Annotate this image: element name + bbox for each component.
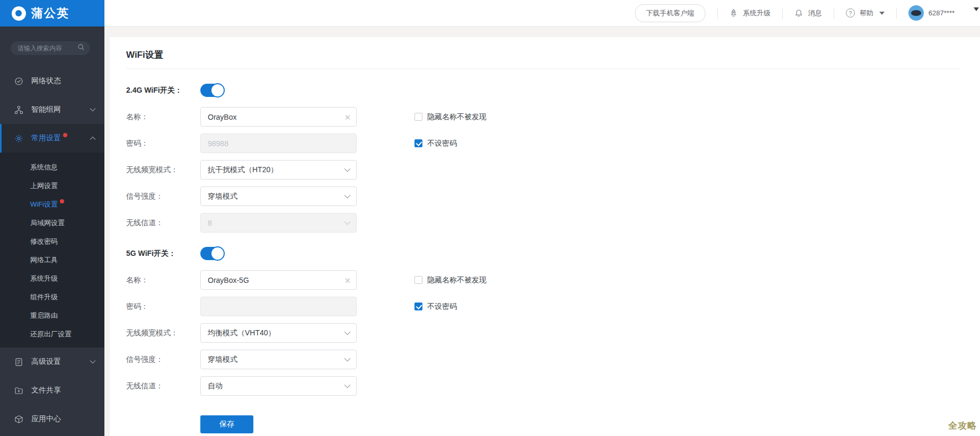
search-icon[interactable] (77, 43, 85, 53)
gear-icon (14, 134, 23, 143)
sidebar: 网络状态 智能组网 常用设 (0, 26, 104, 436)
sidebar-item-label: 高级设置 (31, 357, 61, 367)
select-value: 8 (208, 219, 212, 227)
toggle-knob (210, 83, 225, 97)
cube-icon (14, 414, 23, 424)
wifi24-band-select[interactable]: 抗干扰模式（HT20） (200, 160, 357, 180)
sidebar-item-system-info[interactable]: 系统信息 (0, 158, 104, 176)
wifi-settings-card: WiFi设置 2.4G WiFi开关： 名称： ✕ 隐藏名称不被发现 (110, 37, 980, 436)
network-status-icon (14, 76, 23, 86)
clear-icon[interactable]: ✕ (344, 113, 351, 121)
wifi24-toggle[interactable] (200, 84, 224, 97)
wifi5-band-label: 无线频宽模式： (126, 328, 200, 338)
title-divider (126, 68, 960, 69)
sub-item-label: 修改密码 (30, 237, 58, 246)
sub-item-label: 还原出厂设置 (30, 330, 72, 339)
account-menu[interactable]: 6287**** (897, 5, 966, 21)
sidebar-item-internet-settings[interactable]: 上网设置 (0, 176, 104, 195)
wifi5-name-input[interactable] (200, 270, 357, 290)
wifi5-switch-label: 5G WiFi开关： (126, 249, 200, 259)
sidebar-item-label: 智能组网 (31, 105, 61, 114)
wifi5-channel-select[interactable]: 自动 (200, 376, 357, 396)
sidebar-item-change-password[interactable]: 修改密码 (0, 232, 104, 251)
clear-icon[interactable]: ✕ (344, 276, 351, 284)
sub-item-label: 网络工具 (30, 255, 58, 265)
no-password-label: 不设密码 (427, 139, 457, 148)
bell-icon (794, 8, 804, 17)
chevron-down-icon (344, 357, 351, 362)
wifi24-name-input[interactable] (200, 107, 357, 127)
select-value: 抗干扰模式（HT20） (208, 165, 278, 175)
sub-item-label: 重启路由 (30, 311, 58, 321)
edge-chevron-icon[interactable] (974, 7, 979, 11)
sidebar-item-network-status[interactable]: 网络状态 (0, 67, 104, 95)
select-value: 穿墙模式 (208, 355, 237, 364)
wifi24-password-input (200, 134, 357, 153)
wifi24-signal-select[interactable]: 穿墙模式 (200, 186, 357, 206)
hide-ssid-label: 隐藏名称不被发现 (427, 275, 487, 285)
system-upgrade-menu[interactable]: 系统升级 (718, 8, 782, 18)
sidebar-item-reboot-router[interactable]: 重启路由 (0, 306, 104, 325)
rocket-icon (729, 8, 738, 17)
sidebar-item-advanced-settings[interactable]: 高级设置 (0, 348, 104, 376)
wifi5-signal-select[interactable]: 穿墙模式 (200, 350, 357, 369)
sub-item-label: 系统信息 (30, 163, 58, 172)
wifi24-no-password-checkbox[interactable] (414, 139, 422, 147)
sub-item-label: WiFi设置 (30, 200, 58, 209)
chevron-down-icon (879, 12, 885, 15)
page-title: WiFi设置 (126, 49, 967, 61)
wifi5-no-password-checkbox[interactable] (414, 302, 422, 310)
sidebar-item-label: 常用设置 (31, 134, 61, 143)
sidebar-item-smart-networking[interactable]: 智能组网 (0, 95, 104, 124)
sidebar-item-lan-settings[interactable]: 局域网设置 (0, 213, 104, 232)
chevron-down-icon (344, 331, 351, 335)
smart-networking-icon (14, 105, 23, 114)
notification-dot (63, 133, 67, 137)
wifi24-channel-select: 8 (200, 213, 357, 233)
messages-menu[interactable]: 消息 (783, 8, 834, 18)
chevron-down-icon (344, 220, 351, 225)
sidebar-item-wifi-settings[interactable]: WiFi设置 (0, 195, 104, 213)
wifi5-name-label: 名称： (126, 275, 200, 285)
help-label: 帮助 (860, 8, 873, 18)
save-button[interactable]: 保存 (200, 415, 253, 433)
account-name: 6287**** (929, 9, 955, 17)
wifi5-signal-label: 信号强度： (126, 355, 200, 364)
sidebar-item-label: 应用中心 (31, 414, 61, 424)
app-logo[interactable]: 蒲公英 (0, 0, 104, 26)
select-value: 均衡模式（VHT40） (208, 328, 276, 338)
sub-item-label: 组件升级 (30, 292, 58, 302)
sidebar-item-file-sharing[interactable]: 文件共享 (0, 376, 104, 405)
sidebar-item-component-upgrade[interactable]: 组件升级 (0, 288, 104, 306)
wifi24-hide-ssid-checkbox[interactable] (414, 113, 422, 121)
sidebar-item-network-tools[interactable]: 网络工具 (0, 251, 104, 269)
sidebar-item-system-upgrade[interactable]: 系统升级 (0, 269, 104, 288)
sidebar-item-app-center[interactable]: 应用中心 (0, 405, 104, 433)
watermark-text: 全攻略 (948, 420, 977, 432)
download-app-button[interactable]: 下载手机客户端 (635, 4, 705, 22)
brand-logo-icon (12, 6, 26, 21)
share-folder-icon (14, 386, 23, 395)
system-upgrade-label: 系统升级 (743, 8, 771, 18)
wifi5-hide-ssid-checkbox[interactable] (414, 276, 422, 284)
search-input[interactable] (17, 45, 77, 52)
sidebar-item-factory-reset[interactable]: 还原出厂设置 (0, 325, 104, 343)
chevron-up-icon (90, 136, 96, 140)
sidebar-item-label: 文件共享 (31, 386, 61, 395)
wifi5-channel-label: 无线信道： (126, 381, 200, 391)
wifi-settings-form: 2.4G WiFi开关： 名称： ✕ 隐藏名称不被发现 密码： (126, 84, 967, 433)
sidebar-item-common-settings[interactable]: 常用设置 (0, 124, 104, 153)
wifi24-channel-label: 无线信道： (126, 218, 200, 228)
no-password-label: 不设密码 (427, 302, 457, 312)
help-menu[interactable]: ? 帮助 (834, 8, 896, 18)
sidebar-item-label: 网络状态 (31, 76, 61, 86)
wifi5-password-input (200, 297, 357, 316)
common-settings-submenu: 系统信息 上网设置 WiFi设置 局域网设置 修改密码 网络工具 系统升级 组件… (0, 153, 104, 348)
chevron-down-icon (344, 167, 351, 172)
wifi24-password-label: 密码： (126, 139, 200, 148)
sub-item-label: 系统升级 (30, 274, 58, 283)
main-content: WiFi设置 2.4G WiFi开关： 名称： ✕ 隐藏名称不被发现 (104, 26, 980, 436)
wifi5-toggle[interactable] (200, 247, 224, 260)
sidebar-search[interactable] (11, 41, 90, 55)
wifi5-band-select[interactable]: 均衡模式（VHT40） (200, 323, 357, 343)
